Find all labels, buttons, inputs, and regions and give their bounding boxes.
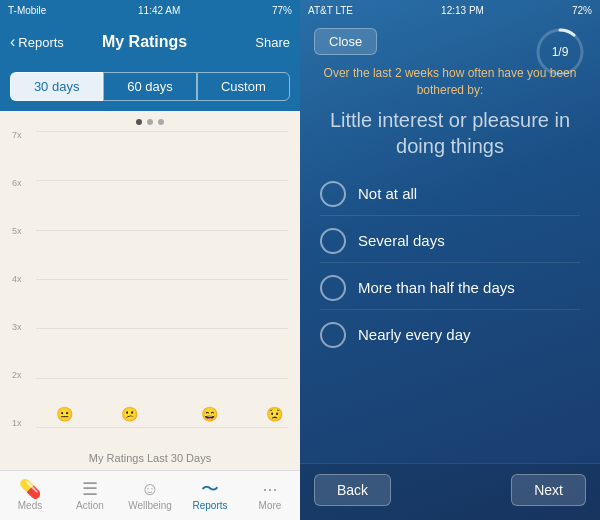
radio-nearly-every-day[interactable]: [320, 322, 346, 348]
page-title: My Ratings: [34, 33, 255, 51]
nav-bar: ‹ Reports My Ratings Share: [0, 20, 300, 64]
tab-meds[interactable]: 💊 Meds: [0, 471, 60, 520]
option-several-days[interactable]: Several days: [320, 220, 580, 263]
tab-more[interactable]: ··· More: [240, 471, 300, 520]
emoji-4: 😟: [266, 406, 283, 422]
reports-icon: 〜: [201, 480, 219, 498]
y-label-1x: 1x: [12, 419, 22, 428]
next-button[interactable]: Next: [511, 474, 586, 506]
share-button[interactable]: Share: [255, 35, 290, 50]
wellbeing-icon: ☺: [141, 480, 159, 498]
action-icon: ☰: [82, 480, 98, 498]
tab-action-label: Action: [76, 500, 104, 511]
status-bar-right: AT&T LTE 12:13 PM 72%: [300, 0, 600, 20]
battery-left: 77%: [272, 5, 292, 16]
emoji-3: 😄: [201, 406, 218, 422]
chart-container: 1x 2x 3x 4x 5x 6x 7x: [12, 131, 288, 448]
option-more-than-half-label: More than half the days: [358, 279, 515, 296]
emoji-2: 😕: [121, 406, 138, 422]
y-label-4x: 4x: [12, 275, 22, 284]
battery-right: 72%: [572, 5, 592, 16]
back-chevron-icon: ‹: [10, 34, 15, 50]
chart-label: My Ratings Last 30 Days: [12, 448, 288, 470]
dots-row: [12, 119, 288, 125]
segment-custom[interactable]: Custom: [197, 72, 290, 101]
y-axis: 1x 2x 3x 4x 5x 6x 7x: [12, 131, 22, 428]
right-header: Close 1/9: [300, 20, 600, 55]
tab-bar: 💊 Meds ☰ Action ☺ Wellbeing 〜 Reports ··…: [0, 470, 300, 520]
bottom-buttons: Back Next: [300, 463, 600, 520]
time-right: 12:13 PM: [441, 5, 484, 16]
progress-text: 1/9: [552, 45, 569, 59]
y-label-3x: 3x: [12, 323, 22, 332]
dot-1: [136, 119, 142, 125]
tab-wellbeing-label: Wellbeing: [128, 500, 172, 511]
question-main: Little interest or pleasure in doing thi…: [318, 107, 582, 159]
back-button[interactable]: Back: [314, 474, 391, 506]
tab-more-label: More: [259, 500, 282, 511]
segment-30days[interactable]: 30 days: [10, 72, 103, 101]
option-nearly-every-day-label: Nearly every day: [358, 326, 471, 343]
dot-3: [158, 119, 164, 125]
tab-reports[interactable]: 〜 Reports: [180, 471, 240, 520]
emoji-1: 😐: [56, 406, 73, 422]
left-panel: T-Mobile 11:42 AM 77% ‹ Reports My Ratin…: [0, 0, 300, 520]
radio-more-than-half[interactable]: [320, 275, 346, 301]
carrier-right: AT&T LTE: [308, 5, 353, 16]
right-panel: AT&T LTE 12:13 PM 72% Close 1/9 Over the…: [300, 0, 600, 520]
y-label-2x: 2x: [12, 371, 22, 380]
radio-not-at-all[interactable]: [320, 181, 346, 207]
tab-reports-label: Reports: [192, 500, 227, 511]
progress-circle: 1/9: [534, 26, 586, 78]
options-area: Not at all Several days More than half t…: [300, 165, 600, 364]
segment-60days[interactable]: 60 days: [103, 72, 196, 101]
chart-area: 1x 2x 3x 4x 5x 6x 7x: [0, 111, 300, 470]
tab-meds-label: Meds: [18, 500, 42, 511]
option-not-at-all[interactable]: Not at all: [320, 173, 580, 216]
option-more-than-half[interactable]: More than half the days: [320, 267, 580, 310]
radio-several-days[interactable]: [320, 228, 346, 254]
option-not-at-all-label: Not at all: [358, 185, 417, 202]
tab-wellbeing[interactable]: ☺ Wellbeing: [120, 471, 180, 520]
option-several-days-label: Several days: [358, 232, 445, 249]
tab-action[interactable]: ☰ Action: [60, 471, 120, 520]
close-button[interactable]: Close: [314, 28, 377, 55]
y-label-5x: 5x: [12, 227, 22, 236]
status-bar-left: T-Mobile 11:42 AM 77%: [0, 0, 300, 20]
y-label-7x: 7x: [12, 131, 22, 140]
dot-2: [147, 119, 153, 125]
meds-icon: 💊: [19, 480, 41, 498]
y-label-6x: 6x: [12, 179, 22, 188]
time-left: 11:42 AM: [138, 5, 180, 16]
more-icon: ···: [262, 480, 277, 498]
segment-control: 30 days 60 days Custom: [0, 64, 300, 111]
bars-group: 😐 😕 😄: [36, 131, 288, 428]
option-nearly-every-day[interactable]: Nearly every day: [320, 314, 580, 356]
carrier-left: T-Mobile: [8, 5, 46, 16]
